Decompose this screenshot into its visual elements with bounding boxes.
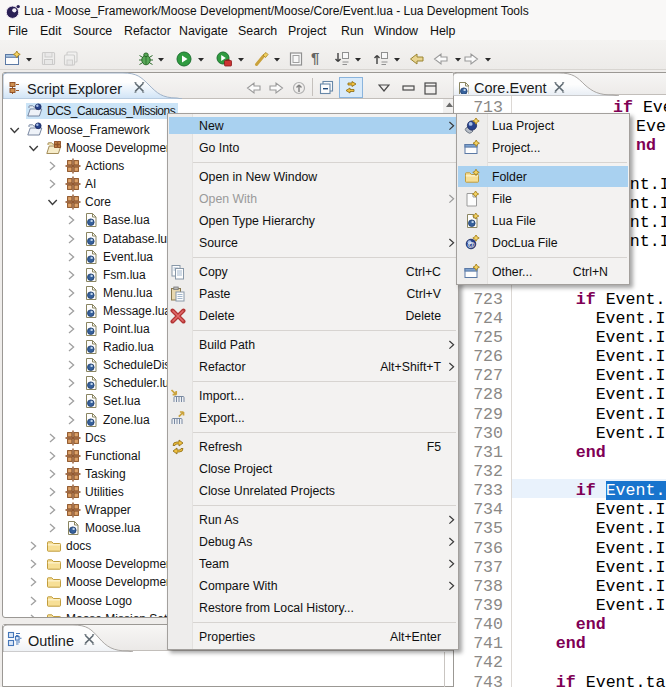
svg-text:@: @: [467, 240, 475, 249]
